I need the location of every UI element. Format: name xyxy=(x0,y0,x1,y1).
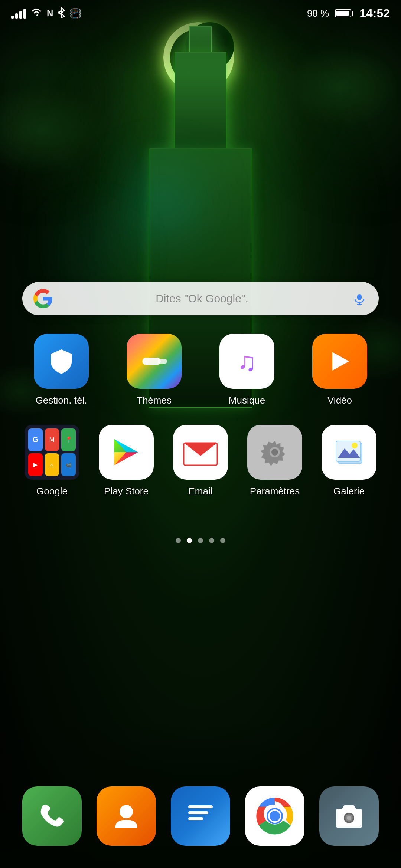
page-dot-1[interactable] xyxy=(187,538,192,543)
battery-icon xyxy=(335,9,353,17)
messages-dock-icon[interactable] xyxy=(171,786,230,846)
music-label: Musique xyxy=(229,395,265,406)
phone-handset-svg-icon xyxy=(37,801,67,831)
messages-svg-icon xyxy=(184,799,217,833)
search-placeholder: Dites "Ok Google". xyxy=(60,292,344,305)
battery-percent: 98 % xyxy=(307,8,329,19)
svg-text:♫: ♫ xyxy=(237,347,257,376)
microphone-icon[interactable] xyxy=(351,290,368,307)
app-grid: Gestion. tél. Thèmes xyxy=(0,334,401,516)
paint-brush-svg-icon xyxy=(139,346,169,376)
video-label: Vidéo xyxy=(327,395,352,406)
play-store-svg-icon xyxy=(108,434,145,471)
status-bar: N 📳 98 % 14:52 xyxy=(0,0,401,27)
dock-messages[interactable] xyxy=(167,786,234,846)
music-note-svg-icon: ♫ xyxy=(228,343,265,380)
app-email[interactable]: Email xyxy=(163,425,238,497)
themes-label: Thèmes xyxy=(137,395,172,406)
gallery-svg-icon xyxy=(330,434,368,471)
status-time: 14:52 xyxy=(359,7,390,20)
app-phone-manager[interactable]: Gestion. tél. xyxy=(24,334,98,406)
svg-point-27 xyxy=(270,811,280,821)
app-music[interactable]: ♫ Musique xyxy=(210,334,284,406)
app-themes[interactable]: Thèmes xyxy=(117,334,191,406)
svg-point-16 xyxy=(271,449,278,456)
settings-label: Paramètres xyxy=(250,486,300,497)
gallery-label: Galerie xyxy=(333,486,365,497)
svg-rect-23 xyxy=(188,811,208,814)
dock-camera[interactable] xyxy=(316,786,382,846)
settings-icon[interactable] xyxy=(247,425,302,480)
google-logo-icon xyxy=(33,289,53,308)
play-store-label: Play Store xyxy=(104,486,149,497)
person-svg-icon xyxy=(111,801,141,831)
wifi-icon xyxy=(30,7,42,20)
signal-icon xyxy=(11,8,26,19)
svg-rect-24 xyxy=(188,817,203,820)
shield-svg-icon xyxy=(46,346,76,376)
phone-dock-icon[interactable] xyxy=(22,786,82,846)
themes-icon[interactable] xyxy=(127,334,182,389)
camera-svg-icon xyxy=(332,799,366,833)
status-left: N 📳 xyxy=(11,7,81,20)
svg-point-21 xyxy=(120,805,133,818)
dock-phone[interactable] xyxy=(19,786,85,846)
app-google[interactable]: G M 📍 ▶ △ 📹 Google xyxy=(15,425,89,497)
svg-point-6 xyxy=(143,358,149,364)
camera-dock-icon[interactable] xyxy=(319,786,379,846)
svg-rect-5 xyxy=(158,359,167,364)
svg-marker-8 xyxy=(332,352,349,371)
page-dot-4[interactable] xyxy=(220,538,225,543)
google-folder-icon[interactable]: G M 📍 ▶ △ 📹 xyxy=(25,425,79,480)
page-dot-0[interactable] xyxy=(176,538,181,543)
page-dot-2[interactable] xyxy=(198,538,203,543)
gmail-mini: M xyxy=(45,428,59,451)
nfc-icon: N xyxy=(47,8,53,19)
gallery-icon[interactable] xyxy=(322,425,376,480)
music-icon[interactable]: ♫ xyxy=(219,334,274,389)
vibrate-icon: 📳 xyxy=(69,8,81,19)
google-label: Google xyxy=(36,486,68,497)
dock-contacts[interactable] xyxy=(93,786,160,846)
app-row-1: Gestion. tél. Thèmes xyxy=(15,334,386,406)
app-row-2: G M 📍 ▶ △ 📹 Google xyxy=(15,425,386,497)
svg-rect-1 xyxy=(357,294,362,300)
app-settings[interactable]: Paramètres xyxy=(238,425,312,497)
phone-manager-icon[interactable] xyxy=(34,334,89,389)
duo-mini: 📹 xyxy=(61,453,76,476)
svg-point-20 xyxy=(352,443,358,448)
settings-gear-svg-icon xyxy=(256,434,293,471)
bluetooth-icon xyxy=(58,7,65,20)
video-icon[interactable] xyxy=(312,334,367,389)
play-store-icon[interactable] xyxy=(99,425,154,480)
email-label: Email xyxy=(188,486,212,497)
video-play-svg-icon xyxy=(325,346,355,376)
maps-mini: 📍 xyxy=(61,428,76,451)
google-g-mini: G xyxy=(28,428,43,451)
svg-rect-22 xyxy=(188,805,213,808)
app-video[interactable]: Vidéo xyxy=(303,334,377,406)
chrome-svg-icon xyxy=(254,796,295,836)
dock xyxy=(0,786,401,846)
contacts-dock-icon[interactable] xyxy=(97,786,156,846)
drive-mini: △ xyxy=(45,453,59,476)
email-icon[interactable] xyxy=(173,425,228,480)
email-svg-icon xyxy=(182,437,219,467)
app-play-store[interactable]: Play Store xyxy=(89,425,163,497)
google-search-bar[interactable]: Dites "Ok Google". xyxy=(22,282,379,315)
status-right: 98 % 14:52 xyxy=(307,7,390,20)
page-dot-3[interactable] xyxy=(209,538,214,543)
app-gallery[interactable]: Galerie xyxy=(312,425,386,497)
chrome-dock-icon[interactable] xyxy=(245,786,304,846)
page-dots xyxy=(0,538,401,543)
phone-manager-label: Gestion. tél. xyxy=(36,395,87,406)
youtube-mini: ▶ xyxy=(28,453,43,476)
dock-chrome[interactable] xyxy=(241,786,308,846)
svg-point-30 xyxy=(347,816,351,820)
